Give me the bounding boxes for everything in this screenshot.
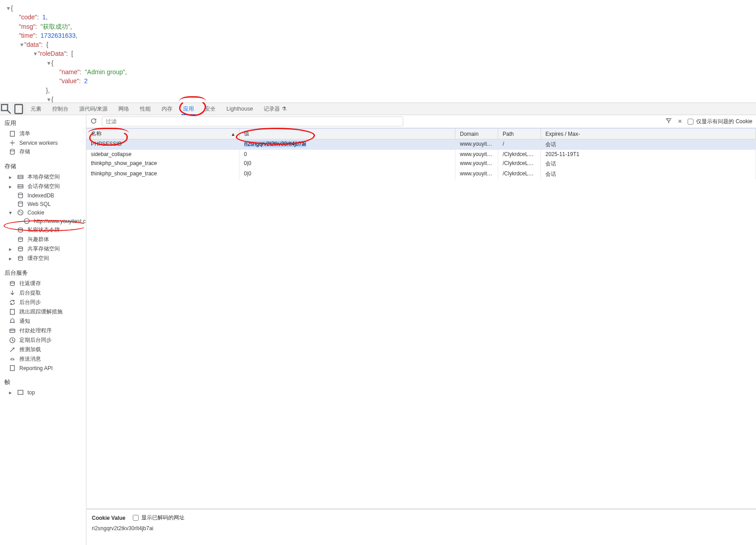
sidebar-item-session-storage[interactable]: ▸会话存储空间	[0, 182, 86, 191]
svg-point-11	[18, 210, 23, 215]
sidebar-item-top-frame[interactable]: ▸top	[0, 388, 86, 397]
sidebar-item-manifest[interactable]: 清单	[0, 129, 86, 138]
cell-name: sidebar_collapse	[86, 150, 239, 159]
col-name[interactable]: 名称▴	[86, 129, 239, 139]
svg-point-19	[10, 281, 14, 283]
cookie-toolbar: ✕ 仅显示有问题的 Cookie	[86, 115, 756, 129]
col-value[interactable]: 值	[239, 129, 455, 139]
cell-domain: www.youyitest....	[455, 139, 498, 150]
sidebar-item-websql[interactable]: Web SQL	[0, 200, 86, 208]
svg-rect-6	[18, 177, 23, 179]
table-row[interactable]: PHPSESSIDri2sngqrv2t2tkv30rlt4jb7aiwww.y…	[86, 139, 756, 150]
cell-domain: www.youyitest....	[455, 169, 498, 179]
col-domain[interactable]: Domain	[455, 129, 498, 139]
only-issues-checkbox[interactable]: 仅显示有问题的 Cookie	[688, 118, 752, 125]
cell-name: PHPSESSID	[86, 139, 239, 150]
cookie-detail-pane: Cookie Value 显示已解码的网址 ri2sngqrv2t2tkv30r…	[86, 509, 756, 545]
sidebar-item-indexeddb[interactable]: IndexedDB	[0, 191, 86, 200]
svg-rect-0	[1, 104, 8, 111]
svg-point-10	[18, 201, 22, 203]
sidebar-item-bgfetch[interactable]: 后台提取	[0, 288, 86, 298]
sidebar-item-cache-storage[interactable]: ▸缓存空间	[0, 254, 86, 263]
svg-point-18	[18, 256, 22, 258]
caret-icon[interactable]: ▾	[32, 49, 38, 58]
svg-rect-21	[10, 329, 15, 333]
svg-rect-1	[15, 104, 22, 113]
tab-console[interactable]: 控制台	[47, 103, 74, 115]
sidebar-section-app: 应用	[0, 118, 86, 129]
sidebar-item-bounce[interactable]: 跳出跟踪缓解措施	[0, 307, 86, 317]
cell-name: thinkphp_show_page_trace	[86, 159, 239, 169]
cell-name: thinkphp_show_page_trace	[86, 169, 239, 179]
cell-path: /	[498, 139, 541, 150]
sidebar-item-bfcache[interactable]: 往返缓存	[0, 279, 86, 288]
table-row[interactable]: thinkphp_show_page_trace0|0www.youyitest…	[86, 159, 756, 169]
detail-label: Cookie Value	[92, 515, 126, 521]
tab-lighthouse[interactable]: Lighthouse	[221, 103, 258, 115]
sidebar-item-interest-groups[interactable]: 兴趣群体	[0, 235, 86, 244]
tab-network[interactable]: 网络	[113, 103, 135, 115]
caret-icon[interactable]: ▾	[19, 40, 24, 49]
reload-icon[interactable]	[90, 117, 97, 126]
sidebar-item-service-workers[interactable]: Service workers	[0, 138, 86, 147]
svg-rect-23	[10, 366, 14, 371]
caret-icon[interactable]: ▾	[5, 4, 11, 13]
sidebar-item-private-state[interactable]: 私密状态令牌	[0, 225, 86, 235]
sidebar-item-cookies[interactable]: ▾Cookie	[0, 208, 86, 217]
sidebar-section-storage: 存储	[0, 161, 86, 172]
sidebar-item-push[interactable]: 推送消息	[0, 354, 86, 364]
application-sidebar: 应用 清单 Service workers 存储 存储 ▸本地存储空间 ▸会话存…	[0, 115, 86, 545]
close-icon[interactable]: ✕	[678, 118, 682, 125]
sidebar-item-reporting-api[interactable]: Reporting API	[0, 364, 86, 372]
inspect-icon[interactable]	[0, 103, 13, 115]
sidebar-section-frames: 帧	[0, 377, 86, 388]
table-row[interactable]: thinkphp_show_page_trace0|0www.youyitest…	[86, 169, 756, 179]
svg-point-3	[12, 142, 14, 144]
sidebar-item-local-storage[interactable]: ▸本地存储空间	[0, 172, 86, 182]
sidebar-item-bgsync[interactable]: 后台同步	[0, 298, 86, 307]
cell-value: 0|0	[239, 169, 455, 179]
svg-rect-2	[10, 131, 14, 136]
svg-rect-20	[10, 309, 14, 314]
cookie-grid: 名称▴ 值 Domain Path Expires / Max- PHPSESS…	[86, 129, 756, 509]
caret-icon[interactable]: ▾	[46, 58, 51, 67]
tab-sources[interactable]: 源代码/来源	[74, 103, 113, 115]
cell-domain: www.youyitest....	[455, 159, 498, 169]
tab-security[interactable]: 安全	[199, 103, 221, 115]
sidebar-item-speculative[interactable]: 推测加载	[0, 345, 86, 354]
sidebar-item-payment[interactable]: 付款处理程序	[0, 326, 86, 335]
svg-point-4	[10, 149, 14, 151]
tab-application[interactable]: 应用	[178, 103, 199, 115]
tab-performance[interactable]: 性能	[135, 103, 156, 115]
cell-value: 0	[239, 150, 455, 159]
cell-path: /ClykrdceLR.php	[498, 150, 541, 159]
sidebar-item-cookie-origin[interactable]: http://www.youyitest.com	[0, 217, 86, 225]
filter-input[interactable]	[102, 116, 403, 126]
device-icon[interactable]	[13, 103, 25, 115]
svg-rect-8	[18, 187, 23, 188]
tab-recorder[interactable]: 记录器 ⚗	[258, 103, 292, 115]
cell-path: /ClykrdceLR.ph...	[498, 159, 541, 169]
sidebar-item-shared-storage[interactable]: ▸共享存储空间	[0, 244, 86, 254]
table-row[interactable]: sidebar_collapse0www.youyitest..../Clykr…	[86, 150, 756, 159]
svg-point-13	[21, 213, 22, 213]
sidebar-item-periodic-sync[interactable]: 定期后台同步	[0, 335, 86, 345]
cell-value: 0|0	[239, 159, 455, 169]
col-expires[interactable]: Expires / Max-	[541, 129, 756, 139]
tab-elements[interactable]: 元素	[25, 103, 47, 115]
tab-memory[interactable]: 内存	[156, 103, 178, 115]
sidebar-item-notifications[interactable]: 通知	[0, 317, 86, 326]
svg-point-14	[24, 219, 29, 223]
devtools-tabbar: 元素 控制台 源代码/来源 网络 性能 内存 应用 安全 Lighthouse …	[0, 103, 756, 115]
cell-domain: www.youyitest....	[455, 150, 498, 159]
clear-filter-icon[interactable]	[665, 117, 672, 126]
sidebar-item-storage[interactable]: 存储	[0, 147, 86, 156]
caret-icon[interactable]: ▾	[46, 95, 51, 103]
cell-expires: 会话	[541, 169, 756, 179]
svg-point-17	[18, 247, 22, 249]
json-response-preview: ▾{ "code": 1, "msg": "获取成功", "time": 173…	[0, 0, 756, 103]
show-decoded-checkbox[interactable]: 显示已解码的网址	[133, 514, 184, 522]
col-path[interactable]: Path	[498, 129, 541, 139]
detail-value[interactable]: ri2sngqrv2t2tkv30rlt4jb7ai	[92, 525, 751, 532]
svg-point-9	[18, 193, 22, 195]
